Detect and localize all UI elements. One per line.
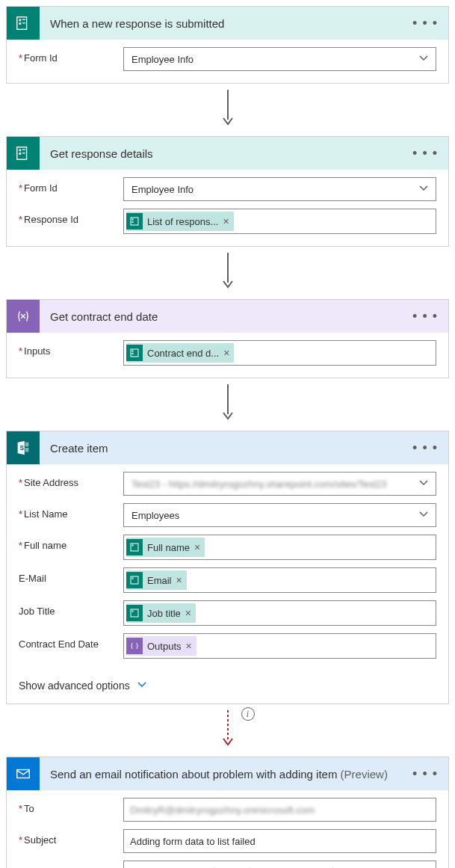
site-address-value: Test23 - https://dmitryrogozhny.sharepoi… [131, 478, 387, 490]
full-name-label: Full name [19, 535, 123, 551]
svg-rect-27 [132, 611, 134, 612]
svg-rect-17 [132, 353, 134, 354]
chevron-down-icon [419, 184, 428, 195]
size-select[interactable]: 12 ▼ [217, 864, 247, 868]
bullet-list-button[interactable] [336, 864, 354, 868]
svg-rect-16 [132, 351, 134, 352]
form-id-label: Form Id [19, 177, 123, 194]
token-text: Email [147, 575, 172, 586]
dynamic-token[interactable]: Outputs × [126, 636, 196, 656]
svg-rect-1 [19, 19, 22, 22]
form-id-value: Employee Info [131, 54, 194, 65]
card-header[interactable]: S Create item • • • [7, 431, 448, 464]
info-icon[interactable]: i [241, 707, 255, 721]
font-select[interactable]: Font ▼ [129, 864, 211, 868]
card-menu-button[interactable]: • • • [402, 146, 448, 161]
token-text: Full name [147, 542, 190, 553]
card-header[interactable]: Get response details • • • [7, 137, 448, 170]
subject-label: Subject [19, 829, 123, 846]
svg-rect-23 [132, 545, 134, 547]
card-header[interactable]: Get contract end date • • • [7, 300, 448, 333]
inputs-field[interactable]: Contract end d... × [123, 340, 436, 366]
svg-rect-29 [17, 770, 30, 778]
svg-rect-13 [132, 221, 134, 223]
outdent-button[interactable] [375, 864, 393, 868]
flow-arrow [6, 247, 449, 299]
number-list-button[interactable]: 123 [356, 864, 374, 868]
to-input[interactable]: DmitryR@dmitryrogozhny.onmicrosoft.com [123, 798, 436, 822]
forms-icon [126, 213, 143, 230]
token-text: Contract end d... [147, 348, 219, 359]
chevron-down-icon [419, 478, 428, 490]
token-remove[interactable]: × [186, 640, 192, 652]
end-date-label: Contract End Date [19, 633, 123, 650]
forms-icon [126, 605, 143, 621]
card-title: Send an email notification about problem… [40, 768, 402, 781]
dynamic-token[interactable]: Full name × [126, 538, 205, 557]
form-id-select[interactable]: Employee Info [123, 177, 436, 201]
email-input[interactable]: Email × [123, 567, 436, 593]
body-label: Email Body [19, 861, 123, 868]
flow-arrow [6, 84, 449, 136]
card-header[interactable]: When a new response is submitted • • • [7, 7, 448, 40]
card-title: When a new response is submitted [40, 17, 402, 30]
dynamic-token[interactable]: Contract end d... × [126, 343, 234, 363]
show-advanced-toggle[interactable]: Show advanced options [7, 671, 448, 704]
subject-input[interactable]: Adding form data to list failed [123, 829, 436, 853]
token-remove[interactable]: × [223, 215, 229, 227]
advanced-label: Show advanced options [19, 680, 130, 692]
svg-rect-8 [19, 153, 22, 155]
inputs-label: Inputs [19, 340, 123, 357]
forms-icon [126, 572, 143, 588]
token-remove[interactable]: × [176, 574, 182, 586]
card-menu-button[interactable]: • • • [402, 766, 448, 782]
card-menu-button[interactable]: • • • [402, 440, 448, 456]
bold-button[interactable]: B [253, 864, 271, 868]
trigger-card: When a new response is submitted • • • F… [6, 6, 449, 84]
full-name-input[interactable]: Full name × [123, 535, 436, 560]
forms-icon [126, 539, 143, 555]
token-remove[interactable]: × [185, 607, 191, 619]
token-text: Job title [147, 608, 181, 619]
job-title-label: Job Title [19, 600, 123, 617]
svg-rect-3 [22, 19, 25, 20]
site-address-select[interactable]: Test23 - https://dmitryrogozhny.sharepoi… [123, 472, 436, 496]
chevron-down-icon [419, 54, 428, 65]
chevron-down-icon [137, 680, 146, 692]
token-remove[interactable]: × [194, 541, 200, 553]
card-menu-button[interactable]: • • • [402, 309, 448, 324]
dynamic-token[interactable]: Job title × [126, 603, 196, 623]
forms-icon [7, 7, 40, 40]
svg-rect-20 [25, 443, 29, 447]
token-text: Outputs [147, 641, 182, 652]
card-header[interactable]: Send an email notification about problem… [7, 757, 448, 790]
job-title-input[interactable]: Job title × [123, 600, 436, 626]
editor-toolbar: Font ▼ 12 ▼ B I U 123 [124, 861, 436, 868]
end-date-input[interactable]: Outputs × [123, 633, 436, 659]
card-menu-button[interactable]: • • • [402, 16, 448, 31]
forms-icon [126, 345, 143, 361]
list-name-value: Employees [131, 510, 179, 521]
list-name-select[interactable]: Employees [123, 503, 436, 527]
svg-rect-9 [22, 150, 25, 150]
email-card: Send an email notification about problem… [6, 757, 449, 868]
form-id-value: Employee Info [131, 184, 194, 195]
dynamic-token[interactable]: List of respons... × [126, 212, 234, 231]
italic-button[interactable]: I [273, 864, 291, 868]
mail-icon [7, 757, 40, 790]
form-id-select[interactable]: Employee Info [123, 47, 436, 71]
email-label: E-Mail [19, 567, 123, 584]
variable-icon [7, 300, 40, 333]
response-id-input[interactable]: List of respons... × [123, 209, 436, 234]
font-color-button[interactable] [312, 864, 329, 868]
dynamic-token[interactable]: Email × [126, 570, 187, 590]
token-remove[interactable]: × [223, 347, 229, 359]
svg-rect-12 [132, 219, 134, 221]
token-text: List of respons... [147, 216, 218, 227]
underline-button[interactable]: U [292, 864, 310, 868]
indent-button[interactable] [394, 864, 412, 868]
svg-rect-21 [25, 448, 29, 452]
card-title: Get contract end date [40, 310, 402, 323]
to-label: To [19, 798, 123, 814]
list-name-label: List Name [19, 503, 123, 520]
